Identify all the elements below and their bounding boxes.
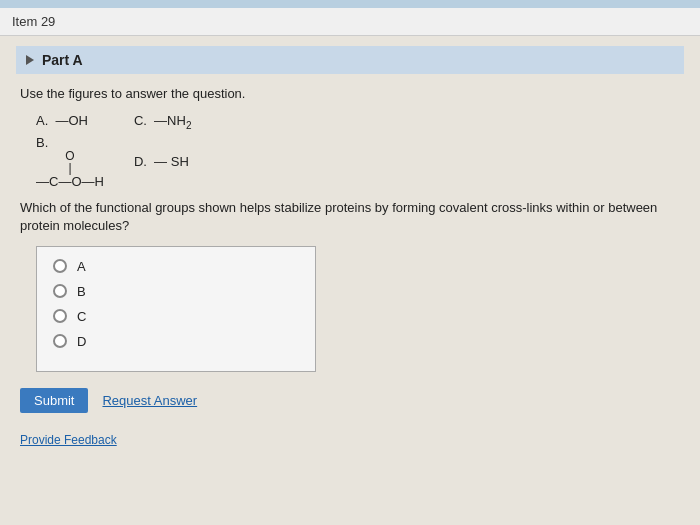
button-row: Submit Request Answer: [20, 388, 684, 413]
radio-D[interactable]: [53, 334, 67, 348]
option-D-label: D: [77, 334, 86, 349]
radio-A[interactable]: [53, 259, 67, 273]
option-A-label: A: [77, 259, 86, 274]
submit-button[interactable]: Submit: [20, 388, 88, 413]
instruction-text: Use the figures to answer the question.: [16, 86, 684, 101]
part-label: Part A: [42, 52, 83, 68]
figure-B-label: B.: [36, 135, 48, 150]
option-B[interactable]: B: [53, 284, 299, 299]
top-bar: [0, 0, 700, 8]
part-header: Part A: [16, 46, 684, 74]
figure-D: D. — SH: [134, 154, 189, 169]
content-area: Part A Use the figures to answer the que…: [0, 36, 700, 457]
option-D[interactable]: D: [53, 334, 299, 349]
figure-B-structure: O | —C—O—H: [36, 150, 104, 190]
question-text: Which of the functional groups shown hel…: [16, 199, 684, 235]
option-C-label: C: [77, 309, 86, 324]
figures-area: A. —OH C. —NH2 B. O |: [36, 111, 684, 191]
triangle-icon: [26, 55, 34, 65]
option-C[interactable]: C: [53, 309, 299, 324]
radio-C[interactable]: [53, 309, 67, 323]
provide-feedback-link[interactable]: Provide Feedback: [20, 433, 117, 447]
option-B-label: B: [77, 284, 86, 299]
figure-A: A. —OH: [36, 113, 88, 128]
answer-box: A B C D: [36, 246, 316, 372]
option-A[interactable]: A: [53, 259, 299, 274]
figure-C: C. —NH2: [134, 113, 192, 128]
header-bar: Item 29: [0, 8, 700, 36]
request-answer-button[interactable]: Request Answer: [102, 393, 197, 408]
radio-B[interactable]: [53, 284, 67, 298]
item-label: Item 29: [12, 14, 55, 29]
